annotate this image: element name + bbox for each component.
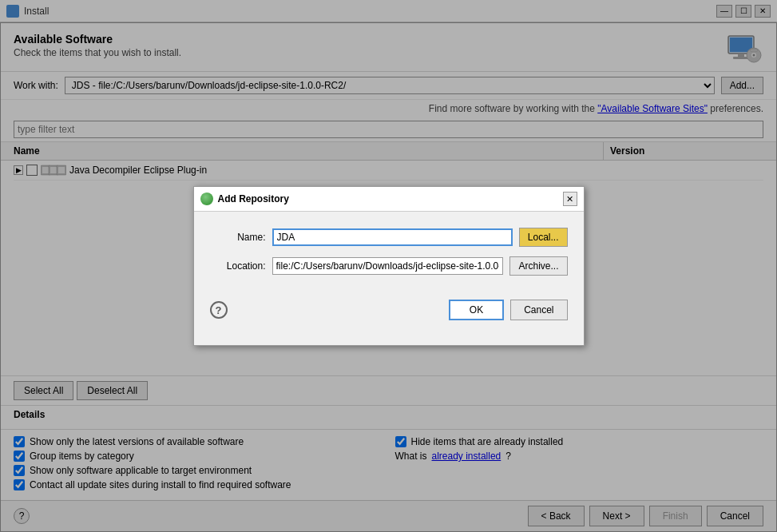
dialog-location-row: Location: Archive... (210, 256, 568, 276)
modal-overlay: Add Repository ✕ Name: Local... Location… (0, 0, 777, 532)
dialog-help-button[interactable]: ? (210, 301, 228, 319)
dialog-ok-button[interactable]: OK (449, 300, 504, 320)
name-label: Name: (210, 232, 266, 243)
location-label: Location: (210, 260, 266, 272)
dialog-close-button[interactable]: ✕ (563, 192, 577, 206)
dialog-footer: ? OK Cancel (194, 293, 584, 333)
location-input[interactable] (272, 257, 504, 275)
dialog-body: Name: Local... Location: Archive... (194, 212, 584, 293)
add-repository-dialog: Add Repository ✕ Name: Local... Location… (193, 186, 585, 346)
dialog-title: Add Repository (218, 193, 289, 204)
name-input[interactable] (272, 228, 513, 246)
archive-button[interactable]: Archive... (509, 256, 567, 276)
dialog-name-row: Name: Local... (210, 228, 568, 247)
dialog-titlebar: Add Repository ✕ (194, 187, 584, 212)
local-button[interactable]: Local... (519, 228, 568, 247)
dialog-titlebar-left: Add Repository (200, 193, 289, 205)
dialog-footer-right: OK Cancel (449, 300, 568, 320)
dialog-cancel-button[interactable]: Cancel (510, 300, 567, 320)
dialog-icon (200, 193, 213, 205)
